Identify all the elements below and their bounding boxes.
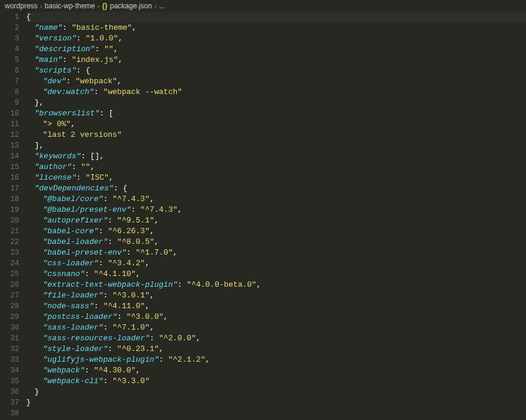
line-number: 29 (0, 312, 19, 322)
json-punct: , (164, 312, 168, 321)
json-key: "@babel/preset-env" (43, 205, 131, 214)
json-string: "basic-theme" (71, 23, 132, 32)
json-string: "^3.0.0" (126, 312, 163, 321)
json-punct: : (117, 312, 127, 321)
code-line[interactable]: { (26, 12, 526, 23)
json-punct: , (136, 366, 140, 375)
code-editor[interactable]: 1234567891011121314151617181920212223242… (0, 12, 526, 420)
json-punct: : (99, 227, 108, 236)
code-line[interactable]: "babel-preset-env": "^1.7.0", (26, 247, 526, 258)
breadcrumb-part[interactable]: wordpress (5, 2, 37, 10)
code-line[interactable]: "babel-core": "^6.26.3", (26, 226, 526, 237)
json-file-icon: {} (102, 2, 107, 10)
code-line[interactable]: "version": "1.0.0", (26, 33, 526, 44)
json-key: "license" (35, 173, 76, 182)
json-string: "^3.3.0" (112, 377, 149, 385)
json-key: "devDependencies" (35, 184, 114, 193)
code-line[interactable]: "postcss-loader": "^3.0.0", (26, 312, 526, 322)
chevron-right-icon: › (154, 2, 156, 10)
code-line[interactable]: }, (26, 98, 526, 108)
code-line[interactable]: "name": "basic-theme", (26, 23, 526, 33)
code-line[interactable]: "devDependencies": { (26, 183, 526, 194)
json-punct: , (118, 55, 123, 64)
code-line[interactable] (26, 408, 526, 419)
breadcrumb-part[interactable]: package.json (110, 2, 152, 10)
json-punct: , (154, 216, 159, 225)
json-key: "dev:watch" (43, 87, 94, 96)
line-number: 33 (0, 355, 19, 365)
json-punct: , (71, 120, 76, 128)
code-line[interactable]: "webpack": "^4.30.0", (26, 365, 526, 376)
json-punct: : (177, 280, 187, 289)
code-line[interactable]: "> 0%", (26, 119, 526, 130)
line-number: 34 (0, 365, 19, 376)
line-number: 9 (0, 98, 19, 108)
code-line[interactable]: } (26, 397, 526, 408)
json-punct: , (132, 23, 137, 32)
json-punct: } (35, 387, 39, 396)
code-line[interactable]: "extract-text-webpack-plugin": "^4.0.0-b… (26, 280, 526, 290)
breadcrumb[interactable]: wordpress › basic-wp-theme › {} package.… (0, 0, 526, 12)
json-key: "uglifyjs-webpack-plugin" (43, 355, 159, 364)
breadcrumb-part[interactable]: ... (159, 2, 165, 10)
code-line[interactable]: "uglifyjs-webpack-plugin": "^2.1.2", (26, 355, 526, 365)
code-line[interactable]: "@babel/preset-env": "^7.4.3", (26, 205, 526, 215)
code-line[interactable]: "dev": "webpack", (26, 76, 526, 87)
json-key: "name" (35, 23, 62, 32)
json-punct: : (126, 248, 136, 257)
json-punct: }, (35, 98, 44, 107)
json-string: "^2.1.2" (168, 355, 205, 364)
json-key: "node-sass" (43, 302, 94, 311)
json-key: "keywords" (35, 152, 81, 161)
json-punct: : (108, 237, 117, 246)
code-line[interactable]: "keywords": [], (26, 151, 526, 162)
code-line[interactable]: "style-loader": "^0.23.1", (26, 344, 526, 355)
code-line[interactable]: "description": "", (26, 44, 526, 55)
code-line[interactable]: "node-sass": "^4.11.0", (26, 301, 526, 312)
code-line[interactable]: } (26, 387, 526, 397)
json-punct: , (114, 45, 118, 54)
line-number: 36 (0, 387, 19, 397)
json-punct: : { (76, 66, 90, 75)
json-punct: , (109, 173, 114, 182)
code-line[interactable]: "webpack-cli": "^3.3.0" (26, 376, 526, 387)
code-line[interactable]: "cssnano": "^4.1.10", (26, 269, 526, 280)
code-line[interactable]: "autoprefixer": "^9.5.1", (26, 215, 526, 226)
code-line[interactable]: "sass-loader": "^7.1.0", (26, 322, 526, 333)
code-line[interactable]: "dev:watch": "webpack --watch" (26, 87, 526, 98)
json-punct: : (84, 269, 94, 278)
code-line[interactable]: "sass-resources-loader": "^2.0.0", (26, 333, 526, 344)
code-line[interactable]: "browserslist": [ (26, 108, 526, 119)
code-line[interactable]: "@babel/core": "^7.4.3", (26, 194, 526, 205)
code-line[interactable]: "last 2 versions" (26, 130, 526, 140)
line-number: 18 (0, 194, 19, 205)
json-punct: : (94, 87, 104, 96)
line-number: 12 (0, 130, 19, 140)
json-string: "^9.5.1" (117, 216, 154, 225)
json-string: "ISC" (86, 173, 109, 182)
json-punct: : (76, 34, 86, 43)
line-number: 38 (0, 408, 19, 419)
json-string: "> 0%" (43, 120, 71, 128)
line-number: 32 (0, 344, 19, 355)
code-line[interactable]: "scripts": { (26, 65, 526, 76)
json-punct: , (136, 269, 140, 278)
code-line[interactable]: "license": "ISC", (26, 173, 526, 183)
json-string: "^0.23.1" (117, 344, 159, 353)
json-punct: : [], (81, 152, 104, 161)
json-punct: : (149, 334, 159, 343)
breadcrumb-part[interactable]: basic-wp-theme (45, 2, 95, 10)
line-number: 4 (0, 44, 19, 55)
code-line[interactable]: "file-loader": "^3.0.1", (26, 290, 526, 301)
json-punct: , (145, 302, 150, 311)
code-line[interactable]: ], (26, 140, 526, 151)
code-line[interactable]: "main": "index.js", (26, 55, 526, 65)
code-line[interactable]: "babel-loader": "^8.0.5", (26, 237, 526, 247)
json-key: "extract-text-webpack-plugin" (43, 280, 177, 289)
code-line[interactable]: "author": "", (26, 162, 526, 173)
code-line[interactable]: "css-loader": "^3.4.2", (26, 258, 526, 269)
code-content[interactable]: {"name": "basic-theme","version": "1.0.0… (26, 12, 526, 420)
json-punct: : { (114, 184, 127, 193)
json-string: "webpack --watch" (103, 87, 182, 96)
json-punct: , (149, 291, 154, 300)
